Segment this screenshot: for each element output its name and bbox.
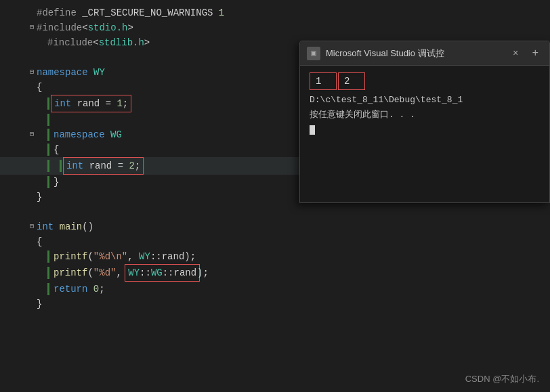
terminal-path: D:\c\test_8_11\Debug\test_8_1 xyxy=(310,93,540,108)
code-content-16: { xyxy=(37,234,42,249)
collapse-9[interactable]: ⊟ xyxy=(27,127,37,142)
collapse-15[interactable]: ⊟ xyxy=(27,219,37,234)
code-line-16: { xyxy=(0,234,550,249)
terminal-close-button[interactable]: × xyxy=(509,47,522,60)
code-content-9: namespace WG xyxy=(54,127,122,142)
indent-bar-11b xyxy=(60,160,62,172)
terminal-output-numbers: 1 2 xyxy=(310,72,540,90)
indent-bar-17 xyxy=(47,251,49,263)
code-line-19: return 0; xyxy=(0,282,550,297)
code-content-10: { xyxy=(54,142,59,157)
terminal-cursor-line xyxy=(310,123,540,137)
code-content-6: { xyxy=(37,80,42,95)
output-number-1: 1 xyxy=(310,72,337,90)
collapse-5[interactable]: ⊟ xyxy=(27,65,37,80)
code-line-18: printf("%d", WY::WG::rand); xyxy=(0,264,550,282)
code-content-12: } xyxy=(54,175,59,190)
code-line-17: printf("%d\n", WY::rand); xyxy=(0,249,550,264)
code-content-2: #include<stdio.h> xyxy=(37,20,133,35)
collapse-2[interactable]: ⊟ xyxy=(27,20,37,35)
code-content-17: printf("%d\n", WY::rand); xyxy=(54,249,196,264)
rand-declaration-wy: int rand = 1; xyxy=(51,95,131,112)
indent-bar-11a xyxy=(47,160,49,172)
terminal-window: ▣ Microsoft Visual Studio 调试控 × + 1 2 D:… xyxy=(299,41,550,203)
wy-wg-rand-ref: WY::WG::rand xyxy=(125,264,200,282)
terminal-titlebar: ▣ Microsoft Visual Studio 调试控 × + xyxy=(300,41,549,66)
code-line-1: #define _CRT_SECURE_NO_WARNINGS 1 xyxy=(0,5,550,20)
indent-bar-8 xyxy=(47,114,49,126)
indent-bar-18 xyxy=(47,267,49,279)
code-content-3: #include<stdlib.h> xyxy=(47,35,150,50)
code-content-18: printf("%d", WY::WG::rand); xyxy=(54,264,209,282)
terminal-app-icon: ▣ xyxy=(307,47,320,60)
terminal-prompt: 按任意键关闭此窗口. . . xyxy=(310,108,540,123)
code-content-20: } xyxy=(37,297,42,311)
rand-declaration-wg: int rand = 2; xyxy=(63,157,144,175)
code-content-19: return 0; xyxy=(54,282,105,297)
code-content-15: int main() xyxy=(37,219,93,234)
watermark: CSDN @不如小布. xyxy=(465,373,539,385)
code-line-2: ⊟ #include<stdio.h> xyxy=(0,20,550,35)
indent-bar-7 xyxy=(47,97,49,110)
output-number-2: 2 xyxy=(338,72,365,90)
terminal-add-button[interactable]: + xyxy=(528,46,543,61)
code-content-13: } xyxy=(37,190,42,204)
terminal-body: 1 2 D:\c\test_8_11\Debug\test_8_1 按任意键关闭… xyxy=(300,66,549,202)
code-content-1: #define _CRT_SECURE_NO_WARNINGS 1 xyxy=(37,5,224,20)
indent-bar-12 xyxy=(47,176,49,188)
code-line-14 xyxy=(0,204,550,219)
indent-bar-10 xyxy=(47,144,49,156)
indent-bar-19 xyxy=(47,283,49,295)
cursor xyxy=(310,125,315,135)
code-line-20: } xyxy=(0,297,550,311)
indent-bar-9 xyxy=(47,129,49,141)
code-content-5: namespace WY xyxy=(37,65,105,80)
terminal-title: Microsoft Visual Studio 调试控 xyxy=(326,47,503,60)
code-line-15: ⊟ int main() xyxy=(0,219,550,234)
